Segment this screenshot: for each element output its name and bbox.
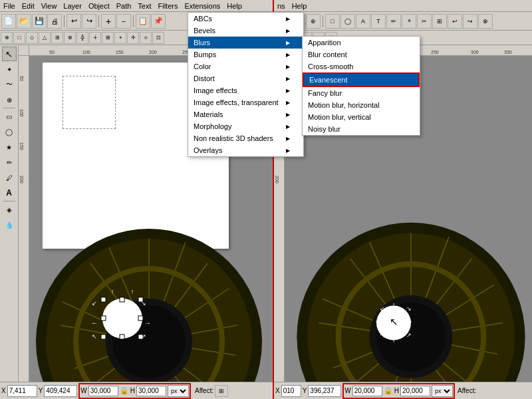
snap-btn-13[interactable]: ⊡ bbox=[152, 32, 164, 44]
filters-item-materials[interactable]: Materials▶ bbox=[188, 108, 303, 120]
copy-btn[interactable]: 📋 bbox=[136, 14, 150, 29]
ellipse-tool[interactable]: ◯ bbox=[2, 124, 17, 139]
pencil-tool[interactable]: ✏ bbox=[2, 155, 17, 170]
svg-text:↗: ↗ bbox=[406, 332, 412, 338]
blur-item-motion-v[interactable]: Motion blur, vertical bbox=[303, 111, 420, 123]
right-tb-12[interactable]: ↩ bbox=[448, 14, 462, 29]
right-h-input[interactable] bbox=[400, 386, 430, 396]
svg-text:←: ← bbox=[374, 318, 381, 325]
toolbox: ↖ ✦ 〜 ⊕ ▭ ◯ ★ ✏ 🖊 A ◈ 💧 bbox=[0, 45, 19, 382]
rect-tool[interactable]: ▭ bbox=[2, 109, 17, 124]
node-tool[interactable]: ✦ bbox=[2, 62, 17, 76]
menu-help[interactable]: Help bbox=[223, 1, 245, 11]
x-input[interactable] bbox=[7, 385, 37, 397]
blur-item-evanescent[interactable]: Evanescent bbox=[303, 72, 420, 87]
right-menu-help[interactable]: Help bbox=[289, 1, 311, 11]
open-btn[interactable]: 📂 bbox=[17, 14, 31, 29]
right-tb-13[interactable]: ↪ bbox=[463, 14, 477, 29]
right-tb-5[interactable]: ◯ bbox=[340, 14, 355, 29]
blur-item-cross-smooth[interactable]: Cross-smooth bbox=[303, 61, 420, 72]
gradient-tool[interactable]: ◈ bbox=[2, 202, 17, 217]
filters-item-non-realistic[interactable]: Non realistic 3D shaders▶ bbox=[188, 132, 303, 144]
menu-filters[interactable]: Filters bbox=[155, 1, 182, 11]
menu-object[interactable]: Object bbox=[85, 1, 113, 11]
filters-item-color[interactable]: Color▶ bbox=[188, 61, 303, 72]
snap-btn-7[interactable]: ╬ bbox=[76, 32, 88, 44]
filters-item-bumps[interactable]: Bumps▶ bbox=[188, 49, 303, 61]
lock-icon[interactable]: 🔒 bbox=[120, 386, 129, 395]
filters-item-image-effects[interactable]: Image effects▶ bbox=[188, 84, 303, 96]
eye-image-left: ↑ ↑ ← → ↙ ↘ ↖ ↗ bbox=[29, 222, 275, 382]
dropper-tool[interactable]: 💧 bbox=[2, 217, 17, 232]
snap-btn-4[interactable]: △ bbox=[39, 32, 51, 44]
right-tb-3[interactable]: ⊕ bbox=[306, 14, 321, 29]
menu-layer[interactable]: Layer bbox=[60, 1, 85, 11]
filters-item-overlays[interactable]: Overlays▶ bbox=[188, 144, 303, 156]
snap-btn-1[interactable]: ⊕ bbox=[1, 32, 13, 44]
blur-item-fancy-blur[interactable]: Fancy blur bbox=[303, 87, 420, 99]
filters-item-morphology[interactable]: Morphology▶ bbox=[188, 120, 303, 132]
select-tool[interactable]: ↖ bbox=[2, 47, 17, 61]
redo-btn[interactable]: ↪ bbox=[82, 14, 96, 29]
save-btn[interactable]: 💾 bbox=[32, 14, 47, 29]
h-input[interactable] bbox=[136, 386, 166, 396]
undo-btn[interactable]: ↩ bbox=[66, 14, 81, 29]
filters-item-bevels[interactable]: Bevels▶ bbox=[188, 25, 303, 37]
star-tool[interactable]: ★ bbox=[2, 140, 17, 154]
right-w-input[interactable] bbox=[352, 386, 382, 396]
filters-item-abcs[interactable]: ABCs▶ bbox=[188, 13, 303, 25]
snap-btn-8[interactable]: ∔ bbox=[89, 32, 101, 44]
zoom-out-btn[interactable]: − bbox=[116, 14, 131, 29]
menu-file[interactable]: File bbox=[0, 1, 19, 11]
right-x-input[interactable] bbox=[281, 385, 301, 397]
snap-btn-11[interactable]: ✛ bbox=[127, 32, 139, 44]
snap-btn-12[interactable]: ⌾ bbox=[140, 32, 152, 44]
filters-item-blurs[interactable]: Blurs▶ bbox=[188, 37, 303, 49]
text-tool[interactable]: A bbox=[2, 186, 17, 200]
snap-btn-9[interactable]: ⊞ bbox=[102, 32, 114, 44]
zoom-in-btn[interactable]: + bbox=[101, 14, 116, 29]
right-tb-10[interactable]: ✂ bbox=[417, 14, 432, 29]
right-menu-ns[interactable]: ns bbox=[274, 1, 289, 11]
toolbox-sep1 bbox=[3, 108, 15, 108]
right-tb-14[interactable]: ⊗ bbox=[478, 14, 493, 29]
filters-item-image-effects-transparent[interactable]: Image effects, transparent▶ bbox=[188, 96, 303, 108]
print-btn[interactable]: 🖨 bbox=[47, 14, 62, 29]
pen-tool[interactable]: 🖊 bbox=[2, 170, 17, 185]
right-tb-8[interactable]: ✏ bbox=[386, 14, 401, 29]
right-tb-9[interactable]: ⌖ bbox=[402, 14, 416, 29]
menu-extensions[interactable]: Extensions bbox=[181, 1, 223, 11]
right-tb-6[interactable]: A bbox=[356, 14, 370, 29]
snap-btn-5[interactable]: ⊞ bbox=[51, 32, 63, 44]
paste-btn[interactable]: 📌 bbox=[151, 14, 166, 29]
blur-item-noisy[interactable]: Noisy blur bbox=[303, 123, 420, 135]
right-tb-sep bbox=[323, 15, 323, 27]
snap-btn-6[interactable]: ⊗ bbox=[64, 32, 76, 44]
menu-path[interactable]: Path bbox=[113, 1, 135, 11]
svg-rect-29 bbox=[101, 316, 106, 321]
y-input[interactable] bbox=[44, 385, 77, 397]
new-btn[interactable]: 📄 bbox=[1, 14, 16, 29]
blur-item-motion-h[interactable]: Motion blur, horizontal bbox=[303, 99, 420, 111]
right-tb-11[interactable]: ⊞ bbox=[432, 14, 447, 29]
tweak-tool[interactable]: 〜 bbox=[2, 77, 17, 92]
filters-item-distort[interactable]: Distort▶ bbox=[188, 72, 303, 84]
unit-select[interactable]: px mm cm bbox=[168, 385, 189, 397]
menu-view[interactable]: View bbox=[38, 1, 61, 11]
svg-rect-22 bbox=[101, 297, 106, 302]
menu-edit[interactable]: Edit bbox=[19, 1, 38, 11]
snap-btn-3[interactable]: ◇ bbox=[26, 32, 38, 44]
right-y-input[interactable] bbox=[308, 385, 341, 397]
blur-item-apparition[interactable]: Apparition bbox=[303, 37, 420, 49]
right-lock-icon[interactable]: 🔒 bbox=[384, 386, 393, 395]
snap-btn-2[interactable]: □ bbox=[13, 32, 25, 44]
snap-btn-10[interactable]: ⌖ bbox=[114, 32, 126, 44]
right-unit-select[interactable]: px mm bbox=[432, 385, 453, 397]
w-input[interactable] bbox=[88, 386, 118, 396]
menu-text[interactable]: Text bbox=[134, 1, 154, 11]
zoom-tool[interactable]: ⊕ bbox=[2, 92, 17, 107]
right-tb-4[interactable]: □ bbox=[325, 14, 340, 29]
blur-item-blur-content[interactable]: Blur content bbox=[303, 49, 420, 61]
affect-btn[interactable]: ⊞ bbox=[215, 385, 228, 397]
right-tb-7[interactable]: T bbox=[371, 14, 386, 29]
